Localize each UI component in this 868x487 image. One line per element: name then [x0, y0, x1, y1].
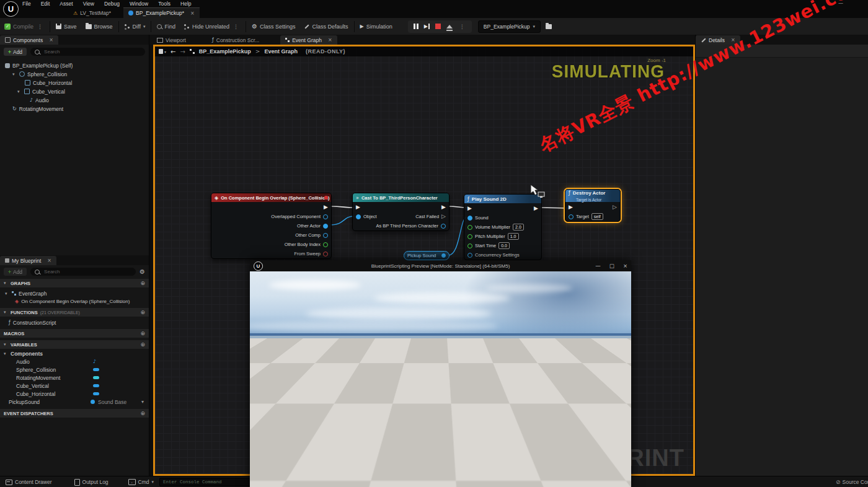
hide-unrelated-button[interactable]: Hide Unrelated ⋮	[180, 18, 244, 35]
hide-unrelated-options-icon[interactable]: ⋮	[232, 24, 240, 30]
breadcrumb-root[interactable]: BP_ExamplePickup	[199, 48, 251, 55]
unreal-logo-icon[interactable]: U	[3, 1, 19, 17]
menu-edit[interactable]: Edit	[41, 1, 50, 7]
concurrency-settings-pin[interactable]	[467, 253, 472, 258]
variable-row-rotatingmovement[interactable]: RotatingMovement	[0, 374, 149, 382]
browse-button[interactable]: Browse	[81, 18, 117, 35]
forward-button[interactable]: →	[180, 48, 185, 55]
console-command-input[interactable]	[159, 478, 254, 486]
menu-asset[interactable]: Asset	[60, 1, 73, 7]
event-graph-row[interactable]: ▾ EventGraph	[0, 289, 149, 297]
component-row-audio[interactable]: ♪ Audio	[5, 96, 149, 104]
component-row-sphere-collision[interactable]: ▾ Sphere_Collision	[5, 70, 149, 78]
chevron-down-icon[interactable]: ▾	[5, 291, 9, 296]
exec-in-pin[interactable]: ▶	[467, 206, 472, 211]
node-header[interactable]: ◈ On Component Begin Overlap (Sphere_Col…	[211, 193, 331, 202]
close-icon[interactable]: ×	[47, 258, 51, 263]
add-macro-icon[interactable]: ⊕	[140, 330, 145, 336]
value-out-pin[interactable]	[441, 253, 446, 258]
start-time-pin[interactable]	[467, 244, 472, 248]
components-search-input[interactable]	[43, 48, 141, 55]
chevron-down-icon[interactable]: ▾	[17, 89, 22, 94]
tab-viewport[interactable]: Viewport	[152, 35, 191, 45]
add-graph-icon[interactable]: ⊕	[140, 280, 145, 286]
target-pin[interactable]	[569, 214, 574, 219]
add-function-icon[interactable]: ⊕	[140, 309, 145, 315]
variable-row-sphere-collision[interactable]: Sphere_Collision	[0, 366, 149, 374]
browse-to-debug-object-icon[interactable]	[546, 24, 552, 29]
menu-help[interactable]: Help	[180, 1, 191, 7]
cast-failed-pin[interactable]: ▷	[441, 214, 446, 219]
from-sweep-pin[interactable]	[323, 252, 328, 257]
tab-my-blueprint[interactable]: My Blueprint ×	[0, 256, 56, 265]
menu-file[interactable]: File	[22, 1, 31, 7]
class-defaults-button[interactable]: Class Defaults	[299, 18, 352, 35]
find-button[interactable]: Find	[153, 18, 180, 35]
preview-title-bar[interactable]: U BlueprintScripting Preview [NetMode: S…	[250, 260, 631, 271]
eject-button[interactable]	[446, 25, 453, 29]
my-blueprint-search-input[interactable]	[43, 268, 131, 275]
node-on-component-begin-overlap[interactable]: ◈ On Component Begin Overlap (Sphere_Col…	[211, 193, 332, 259]
tab-construction-script[interactable]: ƒ Construction Scr...	[207, 35, 264, 45]
add-event-dispatcher-icon[interactable]: ⊕	[140, 410, 145, 416]
breadcrumb-current[interactable]: Event Graph	[264, 48, 298, 55]
tab-event-graph[interactable]: Event Graph ×	[280, 35, 337, 45]
variable-row-pickupsound[interactable]: PickupSound Sound Base ▾	[0, 398, 149, 406]
node-play-sound-2d[interactable]: ƒ Play Sound 2D ▶ ▶ Sound Volume Multipl…	[464, 194, 542, 260]
output-log-button[interactable]: Output Log	[69, 476, 114, 487]
other-comp-pin[interactable]	[323, 233, 328, 238]
pitch-value-input[interactable]: 1.0	[508, 233, 519, 240]
back-button[interactable]: ←	[170, 48, 175, 55]
maximize-icon[interactable]: □	[609, 263, 614, 269]
menu-debug[interactable]: Debug	[104, 1, 120, 7]
add-blueprint-item-button[interactable]: + Add	[4, 268, 27, 276]
stop-button[interactable]	[435, 24, 441, 29]
minimize-icon[interactable]: —	[595, 263, 601, 269]
variable-category-components[interactable]: ▾ Components	[0, 349, 149, 358]
add-component-button[interactable]: + Add	[4, 48, 27, 56]
overlapped-component-pin[interactable]	[323, 214, 328, 219]
exec-out-pin[interactable]: ▶	[324, 204, 328, 210]
node-header[interactable]: » Cast To BP_ThirdPersonCharacter	[353, 193, 449, 202]
construction-script-row[interactable]: ƒ ConstructionScript	[0, 318, 149, 327]
exec-out-pin[interactable]: ▷	[613, 204, 617, 210]
compile-button[interactable]: ✓ Compile ⋮	[0, 18, 48, 35]
node-header[interactable]: ƒ Destroy Actor Target is Actor	[565, 190, 620, 202]
exec-out-pin[interactable]: ▶	[534, 206, 538, 211]
other-actor-pin[interactable]	[323, 224, 328, 229]
overlap-event-row[interactable]: ◈ On Component Begin Overlap (Sphere_Col…	[0, 297, 149, 305]
tab-components[interactable]: Components ×	[0, 35, 58, 45]
graph-menu-button[interactable]: ▾	[159, 49, 166, 54]
component-row-self[interactable]: BP_ExamplePickup (Self)	[5, 61, 149, 69]
as-character-pin[interactable]	[441, 224, 446, 229]
menu-view[interactable]: View	[83, 1, 94, 7]
close-icon[interactable]: ×	[49, 37, 53, 43]
chevron-down-icon[interactable]: ▾	[12, 72, 17, 77]
save-button[interactable]: Save	[51, 18, 81, 35]
functions-section-header[interactable]: ▾ FUNCTIONS (21 OVERRIDABLE) ⊕	[0, 307, 149, 317]
game-viewport[interactable]	[250, 271, 631, 487]
variable-row-cube-horizontal[interactable]: Cube_Horizontal	[0, 390, 149, 398]
variable-row-cube-vertical[interactable]: Cube_Vertical	[0, 382, 149, 390]
source-control-button[interactable]: ⊘ Source Con	[836, 476, 868, 487]
volume-value-input[interactable]: 2.0	[513, 224, 524, 230]
compile-options-icon[interactable]: ⋮	[36, 24, 44, 30]
chevron-down-icon[interactable]: ▾	[141, 399, 144, 405]
tab-lv-testmap[interactable]: ⚠ LV_TestMap*	[68, 8, 116, 18]
exec-in-pin[interactable]: ▶	[569, 204, 573, 210]
step-button[interactable]: ▶	[424, 24, 430, 29]
tab-bp-examplepickup[interactable]: BP_ExamplePickup* ×	[123, 7, 200, 18]
component-row-cube-horizontal[interactable]: Cube_Horizontal	[5, 79, 149, 87]
close-icon[interactable]: ×	[623, 263, 627, 269]
object-pin[interactable]	[356, 214, 361, 219]
variable-row-audio[interactable]: Audio ♪	[0, 358, 149, 366]
exec-out-pin[interactable]: ▶	[441, 204, 446, 210]
simulation-button[interactable]: ▶ Simulation	[356, 18, 397, 35]
macros-section-header[interactable]: MACROS ⊕	[0, 328, 149, 338]
content-drawer-button[interactable]: Content Drawer	[0, 476, 58, 487]
diff-button[interactable]: Diff ▾	[120, 18, 150, 35]
graphs-section-header[interactable]: ▾ GRAPHS ⊕	[0, 278, 149, 288]
node-pickup-sound-variable[interactable]: Pickup Sound	[404, 251, 450, 260]
my-blueprint-search[interactable]	[30, 268, 136, 276]
sound-pin[interactable]	[467, 216, 472, 221]
